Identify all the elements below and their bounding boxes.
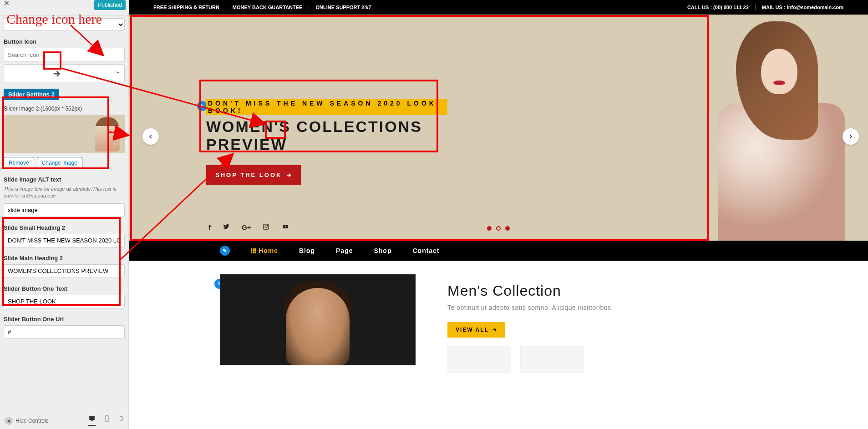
slider-dots <box>487 226 510 231</box>
hero-model-image <box>672 21 854 241</box>
view-all-button[interactable]: VIEW ALL <box>447 322 505 338</box>
mobile-icon[interactable] <box>118 415 124 426</box>
slider-dot-2[interactable] <box>496 226 501 231</box>
nav-page[interactable]: Page <box>336 247 353 254</box>
svg-point-6 <box>268 225 268 225</box>
customizer-sidebar: × Published Button Icon Slider Settings … <box>0 0 129 429</box>
hide-controls-button[interactable]: ◄ Hide Controls <box>5 417 49 425</box>
live-preview: FREE SHIPPING & RETURN MONEY BACK GUARTA… <box>129 0 868 429</box>
published-badge[interactable]: Published <box>94 0 126 10</box>
slider-dot-3[interactable] <box>505 226 510 231</box>
chevron-right-icon <box>848 133 854 140</box>
hero-text-block: DON'T MISS THE NEW SEASON 2020 LOOK BOOK… <box>206 99 447 185</box>
slider-image-label: Slider Image 2 (1600px * 562px) <box>4 106 125 112</box>
nav-contact[interactable]: Contact <box>412 247 439 254</box>
alt-text-label: Slide image ALT text <box>4 176 125 183</box>
mini-product[interactable] <box>447 346 511 373</box>
hide-controls-label: Hide Controls <box>15 418 49 424</box>
svg-rect-2 <box>105 416 109 421</box>
topbar-call: CALL US : (00) 000 111 22 <box>681 5 756 10</box>
chevron-left-icon <box>147 133 154 140</box>
mens-subtitle: Te obtinuit ut adepto satis somno. Aliis… <box>447 304 868 311</box>
topbar-mail: MAIL US : info@somedomain.com <box>756 5 850 10</box>
arrow-right-icon <box>285 172 292 178</box>
search-icon-input[interactable] <box>4 48 125 61</box>
site-topbar: FREE SHIPPING & RETURN MONEY BACK GUARTA… <box>129 0 868 15</box>
close-icon[interactable]: × <box>4 0 10 9</box>
shop-button-label: SHOP THE LOOK <box>215 172 282 178</box>
arrow-right-icon <box>47 65 66 83</box>
hero-slider: ✎ DON'T MISS THE NEW SEASON 2020 LOOK BO… <box>129 15 868 241</box>
nav-home-label: Home <box>259 247 278 254</box>
button-text-label: Slider Button One Text <box>4 285 125 292</box>
desktop-icon[interactable] <box>88 415 96 426</box>
hero-small-heading: DON'T MISS THE NEW SEASON 2020 LOOK BOOK… <box>206 99 447 115</box>
topbar-money: MONEY BACK GUARTANTEE <box>226 5 310 10</box>
button-url-input[interactable] <box>4 325 125 339</box>
annotation-label: Change icon here <box>6 11 102 27</box>
social-icons: f G+ <box>208 223 289 232</box>
slider-settings-badge: Slider Settings 2 <box>4 89 59 100</box>
nav-shop[interactable]: Shop <box>374 247 391 254</box>
topbar-shipping: FREE SHIPPING & RETURN <box>147 5 226 10</box>
instagram-icon[interactable] <box>263 223 269 232</box>
mens-title: Men's Collection <box>447 283 868 299</box>
button-icon-label: Button Icon <box>4 38 125 45</box>
button-text-input[interactable] <box>4 295 125 308</box>
icon-picker[interactable] <box>4 64 125 82</box>
twitter-icon[interactable] <box>223 223 230 232</box>
alt-text-help: This is image text for image alt attribu… <box>4 186 125 200</box>
slider-next-button[interactable] <box>843 128 859 145</box>
small-heading-label: Slide Small Heading 2 <box>4 224 125 231</box>
facebook-icon[interactable]: f <box>208 223 211 232</box>
google-plus-icon[interactable]: G+ <box>242 223 251 232</box>
mini-product[interactable] <box>520 346 584 373</box>
hero-main-heading: WOMEN'S COLLECTIONS PREVIEW <box>206 118 447 153</box>
remove-button[interactable]: Remove <box>4 157 34 169</box>
main-heading-input[interactable] <box>4 264 125 278</box>
slider-prev-button[interactable] <box>142 128 159 145</box>
main-nav: ✎ Home Blog Page Shop Contact <box>129 241 868 261</box>
svg-rect-0 <box>89 416 95 419</box>
slide-thumbnail[interactable] <box>4 115 125 153</box>
youtube-icon[interactable] <box>281 223 289 232</box>
nav-home[interactable]: Home <box>251 247 278 254</box>
shop-the-look-button[interactable]: SHOP THE LOOK <box>206 165 301 185</box>
button-url-label: Slider Button One Url <box>4 316 125 323</box>
nav-blog[interactable]: Blog <box>299 247 315 254</box>
grid-icon <box>251 248 256 253</box>
slider-dot-1[interactable] <box>487 226 492 231</box>
sidebar-body: Button Icon Slider Settings 2 Slider Ima… <box>0 16 128 412</box>
chevron-left-icon: ◄ <box>5 417 13 425</box>
mens-collection-section: ✎ Men's Collection Te obtinuit ut adepto… <box>129 261 868 373</box>
svg-point-5 <box>265 226 267 228</box>
edit-icon[interactable]: ✎ <box>220 246 230 256</box>
change-image-button[interactable]: Change image <box>37 157 82 169</box>
mens-image <box>220 274 416 365</box>
edit-icon[interactable]: ✎ <box>197 101 207 111</box>
topbar-support: ONLINE SUPPORT 24/7 <box>309 5 377 10</box>
svg-rect-3 <box>120 416 122 421</box>
tablet-icon[interactable] <box>104 415 110 426</box>
svg-rect-1 <box>91 420 93 421</box>
chevron-down-icon <box>115 69 121 76</box>
alt-text-input[interactable] <box>4 203 125 217</box>
arrow-right-icon <box>492 327 497 333</box>
sidebar-footer: ◄ Hide Controls <box>0 412 128 429</box>
view-all-label: VIEW ALL <box>456 327 489 333</box>
main-heading-label: Slide Main Heading 2 <box>4 255 125 262</box>
small-heading-input[interactable] <box>4 234 125 247</box>
